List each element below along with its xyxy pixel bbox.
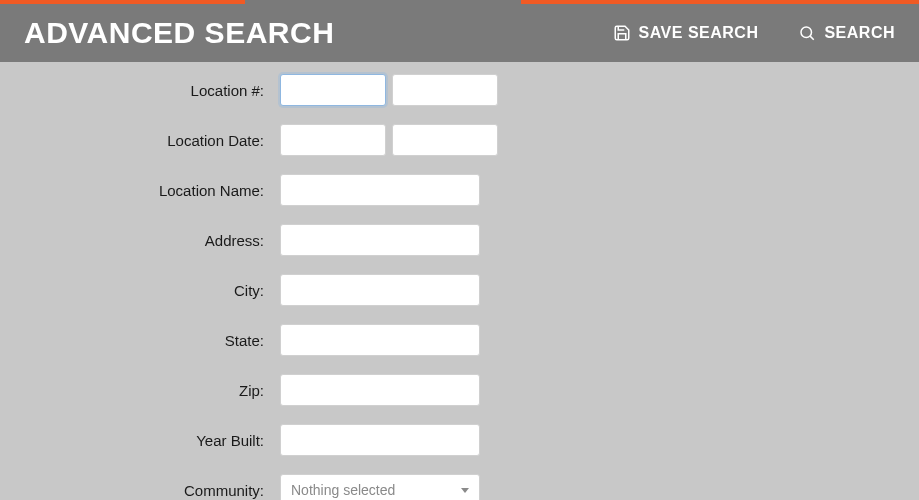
- label-location-date: Location Date:: [0, 132, 280, 149]
- city-input[interactable]: [280, 274, 480, 306]
- label-city: City:: [0, 282, 280, 299]
- row-location-number: Location #:: [0, 74, 919, 106]
- svg-line-1: [811, 36, 815, 40]
- controls-address: [280, 224, 480, 256]
- top-accent-bar: [0, 0, 919, 4]
- row-location-name: Location Name:: [0, 174, 919, 206]
- row-community: Community: Nothing selected: [0, 474, 919, 500]
- search-icon: [798, 24, 816, 42]
- header-actions: SAVE SEARCH SEARCH: [613, 24, 895, 42]
- page-title: ADVANCED SEARCH: [24, 16, 613, 50]
- row-year-built: Year Built:: [0, 424, 919, 456]
- controls-year-built: [280, 424, 480, 456]
- location-date-from-input[interactable]: [280, 124, 386, 156]
- controls-community: Nothing selected: [280, 474, 480, 500]
- community-select[interactable]: Nothing selected: [280, 474, 480, 500]
- controls-state: [280, 324, 480, 356]
- search-button[interactable]: SEARCH: [798, 24, 895, 42]
- location-date-to-input[interactable]: [392, 124, 498, 156]
- address-input[interactable]: [280, 224, 480, 256]
- label-address: Address:: [0, 232, 280, 249]
- controls-city: [280, 274, 480, 306]
- row-address: Address:: [0, 224, 919, 256]
- controls-zip: [280, 374, 480, 406]
- label-zip: Zip:: [0, 382, 280, 399]
- label-community: Community:: [0, 482, 280, 499]
- accent-segment: [245, 0, 521, 4]
- controls-location-number: [280, 74, 498, 106]
- year-built-input[interactable]: [280, 424, 480, 456]
- location-number-from-input[interactable]: [280, 74, 386, 106]
- save-search-button[interactable]: SAVE SEARCH: [613, 24, 759, 42]
- label-location-name: Location Name:: [0, 182, 280, 199]
- row-city: City:: [0, 274, 919, 306]
- row-location-date: Location Date:: [0, 124, 919, 156]
- row-state: State:: [0, 324, 919, 356]
- controls-location-name: [280, 174, 480, 206]
- zip-input[interactable]: [280, 374, 480, 406]
- accent-segment: [521, 0, 919, 4]
- label-state: State:: [0, 332, 280, 349]
- search-form: Location #: Location Date: Location Name…: [0, 62, 919, 500]
- save-icon: [613, 24, 631, 42]
- chevron-down-icon: [461, 488, 469, 493]
- location-name-input[interactable]: [280, 174, 480, 206]
- controls-location-date: [280, 124, 498, 156]
- state-input[interactable]: [280, 324, 480, 356]
- search-label: SEARCH: [824, 24, 895, 42]
- page-header: ADVANCED SEARCH SAVE SEARCH SEARCH: [0, 4, 919, 62]
- location-number-to-input[interactable]: [392, 74, 498, 106]
- svg-point-0: [801, 27, 812, 38]
- row-zip: Zip:: [0, 374, 919, 406]
- community-select-placeholder: Nothing selected: [291, 482, 395, 498]
- accent-segment: [0, 0, 245, 4]
- label-location-number: Location #:: [0, 82, 280, 99]
- label-year-built: Year Built:: [0, 432, 280, 449]
- save-search-label: SAVE SEARCH: [639, 24, 759, 42]
